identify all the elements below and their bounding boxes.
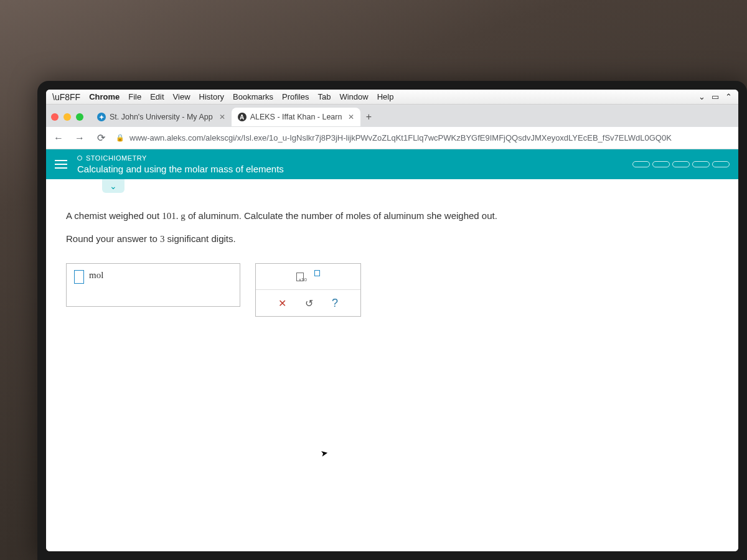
- menu-view[interactable]: View: [173, 92, 190, 101]
- tab-label: St. John's University - My App: [110, 113, 213, 121]
- menu-tab[interactable]: Tab: [317, 92, 331, 101]
- menu-file[interactable]: File: [128, 92, 141, 101]
- mac-menu-bar: \uF8FF Chrome File Edit View History Boo…: [46, 90, 738, 105]
- exponent-box-icon: [314, 270, 320, 276]
- reload-button[interactable]: ⟳: [95, 132, 107, 144]
- clear-button[interactable]: ✕: [278, 297, 286, 309]
- back-button[interactable]: ←: [52, 133, 65, 144]
- topic-header: STOICHIOMETRY Calculating and using the …: [46, 149, 738, 179]
- tool-palette: x10 ✕ ↺ ?: [255, 263, 361, 317]
- tab-label: ALEKS - Iffat Khan - Learn: [250, 113, 342, 121]
- menu-edit[interactable]: Edit: [150, 92, 164, 101]
- close-tab-icon[interactable]: ✕: [348, 113, 354, 121]
- answer-input[interactable]: [74, 270, 84, 284]
- progress-segment: [632, 161, 650, 167]
- lock-icon: 🔒: [116, 134, 125, 142]
- answer-unit: mol: [89, 270, 103, 281]
- status-app-icon[interactable]: ⌄: [698, 92, 705, 101]
- menu-profiles[interactable]: Profiles: [282, 92, 309, 101]
- browser-chrome: ✦ St. John's University - My App ✕ A ALE…: [46, 105, 738, 149]
- page-content: STOICHIOMETRY Calculating and using the …: [46, 149, 738, 551]
- scientific-notation-button[interactable]: x10: [296, 273, 320, 281]
- status-wifi-icon[interactable]: ⌃: [725, 92, 732, 101]
- category-dot-icon: [77, 156, 82, 161]
- forward-button[interactable]: →: [73, 133, 86, 144]
- answer-box: mol: [66, 263, 240, 307]
- favicon-aleks-icon: A: [238, 113, 247, 121]
- x10-label: x10: [299, 277, 307, 282]
- topic-title: Calculating and using the molar mass of …: [77, 164, 284, 174]
- menu-window[interactable]: Window: [339, 92, 368, 101]
- question-line-2: Round your answer to 3 significant digit…: [66, 231, 718, 248]
- menu-help[interactable]: Help: [377, 92, 394, 101]
- app-name[interactable]: Chrome: [89, 92, 120, 101]
- topic-category: STOICHIOMETRY: [77, 154, 284, 162]
- progress-segment: [672, 161, 690, 167]
- tab-aleks[interactable]: A ALEKS - Iffat Khan - Learn ✕: [232, 108, 361, 126]
- progress-segment: [652, 161, 670, 167]
- toolbar: ← → ⟳ 🔒 www-awn.aleks.com/alekscgi/x/Isl…: [46, 127, 738, 149]
- tab-stjohns[interactable]: ✦ St. John's University - My App ✕: [91, 108, 232, 126]
- progress-indicator: [632, 161, 730, 167]
- question-line-1: A chemist weighed out 101. g of aluminum…: [66, 208, 718, 225]
- expand-toggle-button[interactable]: ⌄: [102, 179, 125, 193]
- address-bar[interactable]: 🔒 www-awn.aleks.com/alekscgi/x/Isl.exe/1…: [116, 133, 732, 142]
- maximize-window-button[interactable]: [76, 113, 83, 121]
- menu-history[interactable]: History: [199, 92, 224, 101]
- hamburger-menu-icon[interactable]: [55, 160, 67, 169]
- apple-menu-icon[interactable]: \uF8FF: [52, 92, 80, 102]
- window-controls: [51, 113, 83, 121]
- help-button[interactable]: ?: [332, 297, 338, 310]
- close-tab-icon[interactable]: ✕: [219, 113, 225, 121]
- new-tab-button[interactable]: +: [360, 109, 377, 125]
- mouse-cursor-icon: ➤: [320, 447, 329, 459]
- menu-bookmarks[interactable]: Bookmarks: [233, 92, 273, 101]
- minimize-window-button[interactable]: [63, 113, 71, 121]
- progress-segment: [712, 161, 730, 167]
- url-text: www-awn.aleks.com/alekscgi/x/Isl.exe/1o_…: [129, 133, 672, 142]
- close-window-button[interactable]: [51, 113, 59, 121]
- undo-button[interactable]: ↺: [305, 297, 313, 309]
- tab-strip: ✦ St. John's University - My App ✕ A ALE…: [46, 105, 738, 127]
- question-area: A chemist weighed out 101. g of aluminum…: [46, 193, 738, 332]
- progress-segment: [692, 161, 710, 167]
- status-battery-icon[interactable]: ▭: [712, 92, 719, 101]
- favicon-stjohns-icon: ✦: [97, 113, 106, 121]
